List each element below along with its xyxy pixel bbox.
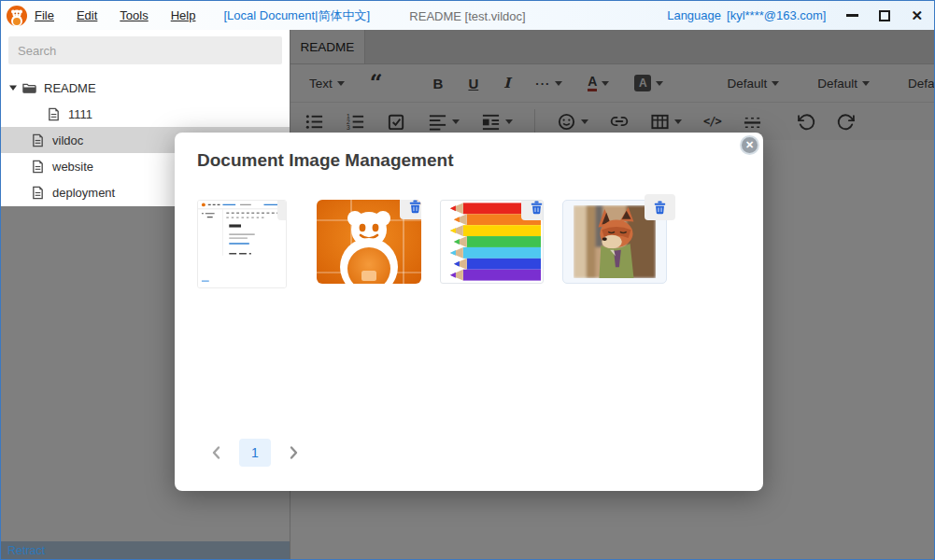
page-number-badge[interactable]: 1 bbox=[239, 439, 271, 467]
close-icon: ✕ bbox=[745, 140, 754, 150]
account-link[interactable]: [kyl****@163.com] bbox=[727, 8, 826, 22]
maximize-button[interactable] bbox=[879, 10, 890, 21]
document-screenshot-image bbox=[198, 201, 286, 287]
delete-image-button[interactable] bbox=[521, 200, 544, 220]
tree-item-label: README bbox=[44, 81, 96, 95]
file-icon bbox=[31, 160, 45, 174]
image-thumbnail-rainbow-pencils[interactable] bbox=[440, 200, 544, 284]
file-icon bbox=[47, 107, 61, 121]
image-thumbnail-panda-mascot[interactable] bbox=[317, 200, 421, 284]
dialog-close-button[interactable]: ✕ bbox=[740, 135, 759, 155]
menubar-right-group: Language [kyl****@163.com] ✕ bbox=[667, 8, 934, 22]
app-window: File Edit Tools Help [Local Document|简体中… bbox=[0, 0, 935, 560]
image-thumbnail-fox-character[interactable] bbox=[562, 200, 667, 284]
pagination: 1 bbox=[208, 439, 302, 467]
app-logo-icon bbox=[7, 6, 27, 26]
window-title: README [test.vildoc] bbox=[409, 8, 525, 22]
dialog-title: Document Image Management bbox=[197, 150, 454, 171]
file-icon bbox=[31, 133, 45, 147]
tree-item-label: deployment bbox=[52, 186, 115, 200]
trash-icon bbox=[285, 200, 287, 216]
minimize-button[interactable] bbox=[846, 14, 858, 17]
search-input[interactable] bbox=[8, 36, 282, 64]
next-page-button[interactable] bbox=[285, 444, 302, 461]
close-window-button[interactable]: ✕ bbox=[911, 8, 923, 22]
retract-link[interactable]: Retract bbox=[7, 544, 45, 557]
menu-edit[interactable]: Edit bbox=[77, 8, 97, 22]
tree-item-label: 1111 bbox=[68, 107, 92, 121]
status-bar: Retract bbox=[1, 541, 290, 559]
menu-bar: File Edit Tools Help [Local Document|简体中… bbox=[1, 1, 934, 30]
folder-icon bbox=[22, 81, 36, 95]
file-icon bbox=[31, 186, 45, 200]
menu-tools[interactable]: Tools bbox=[120, 8, 148, 22]
tree-item-label: website bbox=[52, 160, 93, 174]
tree-item-label: vildoc bbox=[52, 133, 83, 147]
current-page: 1 bbox=[251, 445, 259, 460]
tree-item-readme-folder[interactable]: README bbox=[1, 75, 290, 101]
expand-arrow-icon[interactable] bbox=[8, 83, 18, 92]
previous-page-button[interactable] bbox=[208, 444, 225, 461]
document-language-link[interactable]: [Local Document|简体中文] bbox=[223, 7, 370, 24]
language-link[interactable]: Language bbox=[667, 8, 721, 22]
window-controls: ✕ bbox=[846, 8, 923, 22]
image-management-dialog: ✕ Document Image Management bbox=[175, 133, 763, 491]
tree-item-1111[interactable]: 1111 bbox=[1, 101, 290, 127]
trash-icon bbox=[652, 200, 668, 216]
delete-image-button[interactable] bbox=[645, 194, 675, 220]
delete-image-button[interactable] bbox=[277, 200, 287, 220]
menu-help[interactable]: Help bbox=[171, 8, 196, 22]
trash-icon bbox=[407, 200, 421, 215]
menu-file[interactable]: File bbox=[35, 8, 54, 22]
image-thumbnail-document-screenshot[interactable] bbox=[197, 200, 287, 288]
delete-image-button[interactable] bbox=[400, 200, 421, 219]
trash-icon bbox=[529, 200, 544, 216]
image-thumbnail-list bbox=[197, 200, 667, 288]
fox-character-image bbox=[574, 205, 656, 278]
